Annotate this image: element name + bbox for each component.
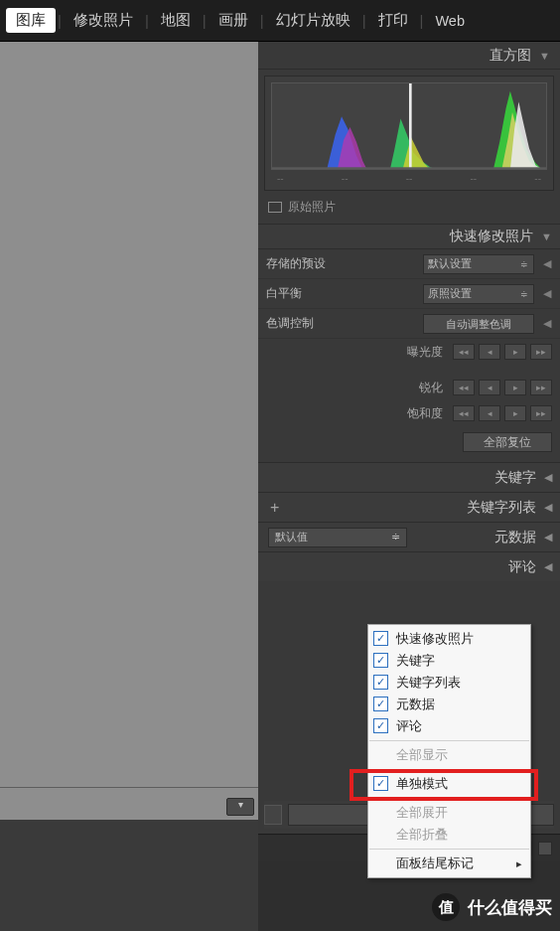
saturation-up[interactable]: ▸ xyxy=(504,405,526,421)
tone-label: 色调控制 xyxy=(266,315,314,332)
reset-all-button[interactable]: 全部复位 xyxy=(463,432,552,452)
sharpen-big-up[interactable]: ▸▸ xyxy=(530,380,552,395)
menu-panel-end-marker[interactable]: 面板结尾标记 xyxy=(368,853,530,874)
chevron-left-icon: ◀ xyxy=(544,501,552,514)
keywords-panel-header[interactable]: 关键字 ◀ xyxy=(258,462,560,492)
white-balance-row: 白平衡 原照设置≑ ◀ xyxy=(258,279,560,309)
sharpen-down[interactable]: ◂ xyxy=(479,380,500,395)
chevron-left-icon: ◀ xyxy=(544,471,552,484)
sharpen-big-down[interactable]: ◂◂ xyxy=(453,380,475,395)
menu-show-all: 全部显示 xyxy=(368,744,530,766)
sharpen-row: 锐化 ◂◂ ◂ ▸ ▸▸ xyxy=(258,375,560,400)
histogram-container: ---------- xyxy=(264,76,554,191)
comments-panel-header[interactable]: 评论 ◀ xyxy=(258,551,560,581)
tone-control-row: 色调控制 自动调整色调 ◀ xyxy=(258,309,560,339)
svg-rect-1 xyxy=(272,167,546,169)
preset-label: 存储的预设 xyxy=(266,255,326,272)
svg-rect-0 xyxy=(409,82,412,169)
original-photo-row[interactable]: 原始照片 xyxy=(258,193,560,224)
sharpen-up[interactable]: ▸ xyxy=(504,380,526,395)
tab-map[interactable]: 地图 xyxy=(151,8,201,33)
chevron-left-icon: ◀ xyxy=(544,531,552,543)
menu-metadata[interactable]: ✓元数据 xyxy=(368,694,530,715)
menu-keywords[interactable]: ✓关键字 xyxy=(368,650,530,672)
wb-dropdown[interactable]: 原照设置≑ xyxy=(423,284,534,304)
rectangle-icon xyxy=(268,202,282,213)
histogram-meta: ---------- xyxy=(271,170,547,184)
panel-context-menu: ✓快速修改照片 ✓关键字 ✓关键字列表 ✓元数据 ✓评论 全部显示 ✓单独模式 … xyxy=(367,624,531,878)
histogram-title: 直方图 xyxy=(490,47,531,65)
menu-comments[interactable]: ✓评论 xyxy=(368,715,530,737)
saturation-big-up[interactable]: ▸▸ xyxy=(530,405,552,421)
quick-develop-header[interactable]: 快速修改照片 ▼ xyxy=(258,224,560,249)
watermark-icon: 值 xyxy=(432,893,460,921)
histogram-panel-header[interactable]: 直方图 ▼ xyxy=(258,42,560,70)
tab-library[interactable]: 图库 xyxy=(6,8,56,33)
chevron-left-icon[interactable]: ◀ xyxy=(542,287,552,300)
top-toolbar: 图库| 修改照片| 地图| 画册| 幻灯片放映| 打印| Web xyxy=(0,0,560,42)
exposure-up[interactable]: ▸ xyxy=(504,344,526,360)
watermark: 值 什么值得买 xyxy=(432,893,552,921)
chevron-down-icon: ▼ xyxy=(541,231,552,242)
wb-label: 白平衡 xyxy=(266,285,302,302)
keyword-list-panel-header[interactable]: + 关键字列表 ◀ xyxy=(258,492,560,522)
metadata-preset-dropdown[interactable]: 默认值≑ xyxy=(268,528,407,547)
tab-book[interactable]: 画册 xyxy=(209,8,258,33)
menu-solo-mode[interactable]: ✓单独模式 xyxy=(368,773,530,795)
preset-row: 存储的预设 默认设置≑ ◀ xyxy=(258,249,560,279)
watermark-text: 什么值得买 xyxy=(468,896,552,919)
saturation-down[interactable]: ◂ xyxy=(479,405,500,421)
saturation-row: 饱和度 ◂◂ ◂ ▸ ▸▸ xyxy=(258,400,560,426)
tab-slideshow[interactable]: 幻灯片放映 xyxy=(266,8,360,33)
tab-web[interactable]: Web xyxy=(425,10,475,32)
tab-develop[interactable]: 修改照片 xyxy=(64,8,143,33)
sync-lock-icon[interactable] xyxy=(264,805,282,825)
left-preview-pane: ▾ xyxy=(0,42,258,931)
menu-collapse-all: 全部折叠 xyxy=(368,824,530,846)
plus-icon[interactable]: + xyxy=(266,499,283,517)
tab-print[interactable]: 打印 xyxy=(368,8,418,33)
metadata-panel-header[interactable]: 默认值≑ 元数据 ◀ xyxy=(258,522,560,551)
histogram-chart[interactable] xyxy=(271,82,547,170)
exposure-row: 曝光度 ◂◂ ◂ ▸ ▸▸ xyxy=(258,339,560,365)
original-photo-label: 原始照片 xyxy=(288,199,336,216)
menu-quick-develop[interactable]: ✓快速修改照片 xyxy=(368,628,530,650)
chevron-left-icon[interactable]: ◀ xyxy=(542,257,552,270)
preset-dropdown[interactable]: 默认设置≑ xyxy=(423,254,534,274)
menu-expand-all: 全部展开 xyxy=(368,802,530,824)
filter-chip[interactable] xyxy=(538,842,552,855)
exposure-big-up[interactable]: ▸▸ xyxy=(530,344,552,360)
chevron-left-icon: ◀ xyxy=(544,560,552,573)
auto-tone-button[interactable]: 自动调整色调 xyxy=(423,314,534,334)
chevron-down-icon: ▼ xyxy=(539,50,550,62)
exposure-down[interactable]: ◂ xyxy=(479,344,500,360)
menu-keyword-list[interactable]: ✓关键字列表 xyxy=(368,672,530,694)
chevron-left-icon[interactable]: ◀ xyxy=(542,317,552,330)
left-collapse-toggle[interactable]: ▾ xyxy=(226,798,254,816)
saturation-big-down[interactable]: ◂◂ xyxy=(453,405,475,421)
exposure-big-down[interactable]: ◂◂ xyxy=(453,344,475,360)
